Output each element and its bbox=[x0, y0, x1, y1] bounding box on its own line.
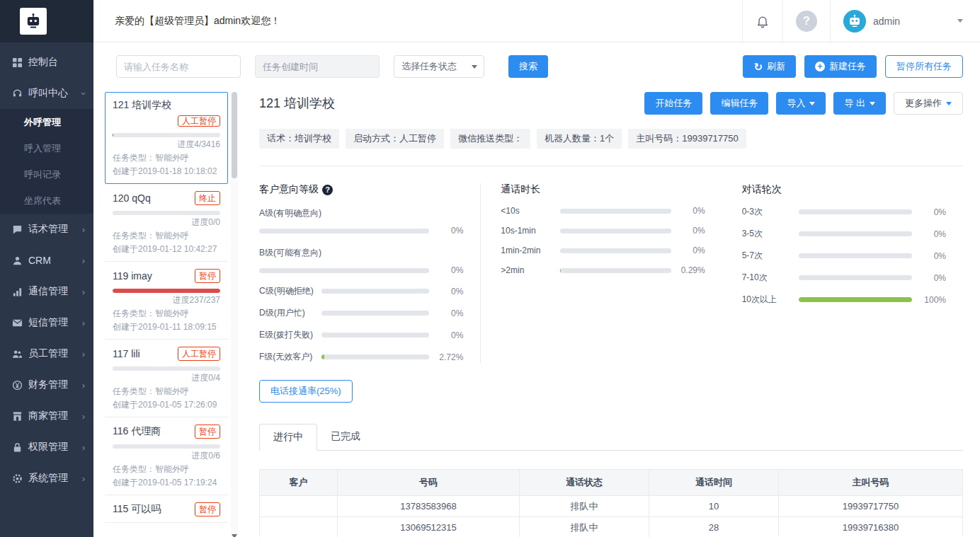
plus-icon: + bbox=[815, 62, 825, 71]
chevron-down-icon bbox=[870, 102, 875, 105]
scrollbar-thumb[interactable] bbox=[232, 92, 237, 178]
task-title: 116 代理商 bbox=[113, 425, 161, 438]
export-button[interactable]: 导 出 bbox=[833, 92, 886, 115]
task-type: 任务类型：智能外呼 bbox=[113, 385, 220, 398]
connect-rate-button[interactable]: 电话接通率(25%) bbox=[259, 380, 353, 403]
sidebar-item-outbound[interactable]: 外呼管理 bbox=[0, 109, 93, 135]
message-icon bbox=[11, 317, 23, 328]
sidebar-item-console[interactable]: 控制台 bbox=[0, 47, 93, 78]
dashboard-icon bbox=[11, 57, 23, 68]
task-title: 119 imay bbox=[113, 270, 152, 282]
call-center-submenu: 外呼管理 呼入管理 呼叫记录 坐席代表 bbox=[0, 109, 93, 214]
task-title: 121 培训学校 bbox=[113, 99, 220, 112]
more-actions-button[interactable]: 更多操作 bbox=[894, 92, 963, 115]
chevron-down-icon bbox=[946, 102, 952, 105]
person-icon bbox=[11, 255, 23, 266]
task-card[interactable]: 119 imay 暂停 进度237/237 任务类型：智能外呼 创建于2019-… bbox=[105, 262, 228, 340]
bar-track bbox=[799, 231, 912, 236]
cell-customer bbox=[260, 496, 338, 517]
chart-call-duration: 通话时长 <10s 0% 10s-1min 0% 1min-2min bbox=[480, 183, 722, 363]
chart-intention-level: 客户意向等级 ? A级(有明确意向) 0% B级(可能有意向) 0% bbox=[259, 183, 480, 363]
sidebar-item-label: 控制台 bbox=[28, 56, 85, 69]
search-button-label: 搜索 bbox=[519, 60, 537, 73]
sidebar-item-label: 短信管理 bbox=[28, 316, 82, 329]
sidebar-item-script[interactable]: 话术管理 › bbox=[0, 214, 93, 245]
bar-percent: 0% bbox=[429, 287, 463, 296]
robot-avatar-icon bbox=[847, 13, 862, 29]
sidebar-item-system[interactable]: 系统管理 › bbox=[0, 463, 93, 494]
sidebar-item-label: CRM bbox=[28, 255, 82, 266]
tab-completed[interactable]: 已完成 bbox=[317, 424, 374, 451]
help-tooltip-icon[interactable]: ? bbox=[322, 185, 333, 195]
task-status-badge: 人工暂停 bbox=[178, 347, 220, 361]
task-created: 创建于2019-01-18 10:18:02 bbox=[113, 165, 220, 178]
chevron-right-icon: › bbox=[82, 443, 85, 452]
sidebar-item-label: 商家管理 bbox=[28, 410, 82, 422]
search-button[interactable]: 搜索 bbox=[508, 55, 548, 78]
task-card[interactable]: 120 qQq 终止 进度0/0 任务类型：智能外呼 创建于2019-01-12… bbox=[105, 184, 228, 262]
page-title: 121 培训学校 bbox=[259, 95, 335, 112]
logo-area bbox=[0, 0, 93, 42]
help-button[interactable]: ? bbox=[782, 0, 830, 42]
col-call-time: 通话时间 bbox=[649, 470, 779, 496]
sidebar-item-sms[interactable]: 短信管理 › bbox=[0, 307, 93, 338]
task-status-badge: 暂停 bbox=[195, 502, 220, 516]
bar-row: 1min-2min 0% bbox=[501, 246, 705, 255]
chevron-right-icon: › bbox=[82, 318, 85, 328]
scroll-down-arrow[interactable] bbox=[232, 529, 237, 536]
people-icon bbox=[11, 348, 23, 359]
bar-label: E级(拨打失败) bbox=[259, 329, 321, 341]
sidebar-item-merchant[interactable]: 商家管理 › bbox=[0, 400, 93, 432]
sidebar-item-call-records[interactable]: 呼叫记录 bbox=[0, 161, 93, 187]
task-detail: 121 培训学校 开始任务 编辑任务 导入 导 出 更多操作 话术：培训学校 启… bbox=[259, 92, 963, 537]
task-created: 创建于2019-01-12 10:42:27 bbox=[113, 243, 220, 255]
bar-row: 5-7次 0% bbox=[742, 250, 946, 262]
start-task-button[interactable]: 开始任务 bbox=[644, 92, 702, 115]
bar-track bbox=[259, 229, 429, 233]
task-create-time-input[interactable] bbox=[255, 55, 380, 78]
bar-row: 3-5次 0% bbox=[742, 228, 946, 240]
user-menu[interactable]: admin bbox=[830, 0, 980, 42]
task-card[interactable]: 121 培训学校 人工暂停 进度4/3416 任务类型：智能外呼 创建于2019… bbox=[105, 92, 228, 184]
task-status-badge: 人工暂停 bbox=[178, 115, 220, 127]
chevron-down-icon bbox=[472, 65, 477, 69]
refresh-button[interactable]: ↻ 刷新 bbox=[743, 55, 796, 78]
bar-label: A级(有明确意向) bbox=[259, 207, 463, 219]
bar-track bbox=[560, 209, 671, 214]
chevron-down-icon[interactable] bbox=[957, 19, 963, 23]
sidebar-item-inbound[interactable]: 呼入管理 bbox=[0, 135, 93, 161]
app-logo[interactable] bbox=[20, 8, 47, 35]
tab-in-progress[interactable]: 进行中 bbox=[259, 424, 317, 451]
sidebar-item-agents[interactable]: 坐席代表 bbox=[0, 187, 93, 214]
task-card[interactable]: 115 可以吗 暂停 bbox=[105, 495, 228, 523]
bar-label: D级(用户忙) bbox=[259, 307, 321, 319]
sidebar-item-permission[interactable]: 权限管理 › bbox=[0, 432, 93, 463]
bar-track bbox=[560, 229, 671, 233]
task-type: 任务类型：智能外呼 bbox=[113, 307, 220, 320]
import-button[interactable]: 导入 bbox=[776, 92, 826, 115]
task-progress-text: 进度0/4 bbox=[113, 372, 220, 384]
edit-task-button[interactable]: 编辑任务 bbox=[710, 92, 768, 115]
task-name-input[interactable] bbox=[116, 55, 241, 78]
new-task-button[interactable]: + 新建任务 bbox=[804, 55, 877, 78]
task-list-scrollbar[interactable] bbox=[231, 92, 238, 537]
task-progress-bar bbox=[113, 444, 220, 449]
sidebar-item-crm[interactable]: CRM › bbox=[0, 245, 93, 276]
chart-title: 通话时长 bbox=[501, 183, 705, 196]
sidebar-item-label: 系统管理 bbox=[28, 472, 82, 485]
sidebar-item-call-center[interactable]: 呼叫中心 › bbox=[0, 78, 93, 109]
task-card[interactable]: 117 lili 人工暂停 进度0/4 任务类型：智能外呼 创建于2019-01… bbox=[105, 340, 228, 417]
pause-all-button[interactable]: 暂停所有任务 bbox=[885, 55, 963, 78]
sidebar-item-finance[interactable]: 财务管理 › bbox=[0, 369, 93, 400]
sidebar-item-communication[interactable]: 通信管理 › bbox=[0, 276, 93, 307]
sidebar-item-staff[interactable]: 员工管理 › bbox=[0, 338, 93, 369]
pause-all-label: 暂停所有任务 bbox=[896, 60, 952, 73]
bar-row: A级(有明确意向) 0% bbox=[259, 207, 463, 236]
notification-button[interactable] bbox=[742, 0, 782, 42]
task-status-select[interactable]: 选择任务状态 bbox=[394, 55, 484, 78]
task-card[interactable]: 116 代理商 暂停 进度0/6 任务类型：智能外呼 创建于2019-01-05… bbox=[105, 417, 228, 495]
tag-robot-count: 机器人数量：1个 bbox=[537, 129, 622, 149]
bar-percent: 0.29% bbox=[671, 265, 705, 275]
bar-row: 10s-1min 0% bbox=[501, 226, 705, 236]
sidebar-item-label: 话术管理 bbox=[28, 223, 82, 236]
